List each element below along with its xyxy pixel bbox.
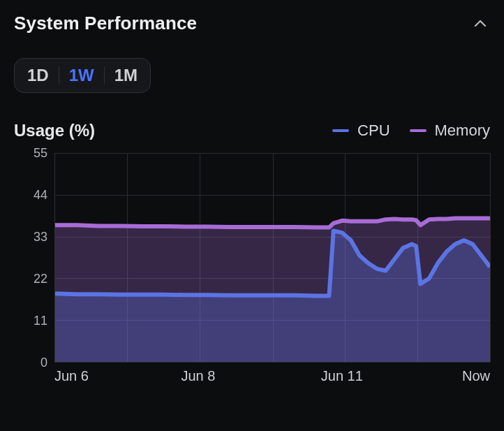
panel-title: System Performance [14, 13, 197, 34]
separator [59, 66, 59, 85]
chart-header-row: Usage (%) CPU Memory [14, 121, 490, 140]
chart-title: Usage (%) [14, 121, 95, 140]
legend-label: CPU [357, 122, 390, 140]
separator [104, 66, 105, 85]
collapse-toggle[interactable] [470, 14, 490, 34]
y-tick-label: 0 [40, 356, 47, 370]
range-option-1m[interactable]: 1M [114, 66, 138, 85]
legend-swatch-memory [410, 129, 427, 132]
y-tick-label: 44 [34, 188, 47, 203]
time-range-selector: 1D 1W 1M [14, 58, 151, 93]
y-tick-label: 55 [34, 146, 47, 161]
x-tick-label: Jun 8 [181, 368, 215, 384]
x-axis: Jun 6Jun 8Jun 11Now [54, 363, 490, 390]
legend-item-cpu: CPU [332, 122, 390, 140]
x-tick-label: Jun 11 [321, 368, 363, 384]
range-option-1d[interactable]: 1D [27, 66, 49, 85]
chart-svg [55, 153, 490, 362]
x-tick-label: Jun 6 [54, 368, 89, 384]
y-axis: 01122334455 [14, 153, 54, 363]
chart: 01122334455 Jun 6Jun 8Jun 11Now [14, 153, 490, 390]
chevron-up-icon [473, 17, 487, 31]
gridline-vertical [490, 153, 491, 362]
system-performance-panel: System Performance 1D 1W 1M Usage (%) CP… [0, 0, 504, 404]
y-tick-label: 22 [34, 272, 47, 286]
panel-header: System Performance [14, 13, 490, 34]
legend-item-memory: Memory [410, 122, 490, 140]
legend-label: Memory [435, 122, 490, 140]
y-tick-label: 11 [34, 314, 47, 328]
x-tick-label: Now [462, 368, 490, 384]
plot-area [54, 153, 490, 363]
chart-legend: CPU Memory [332, 122, 490, 140]
y-tick-label: 33 [34, 230, 47, 244]
legend-swatch-cpu [332, 129, 349, 132]
range-option-1w[interactable]: 1W [69, 66, 94, 85]
